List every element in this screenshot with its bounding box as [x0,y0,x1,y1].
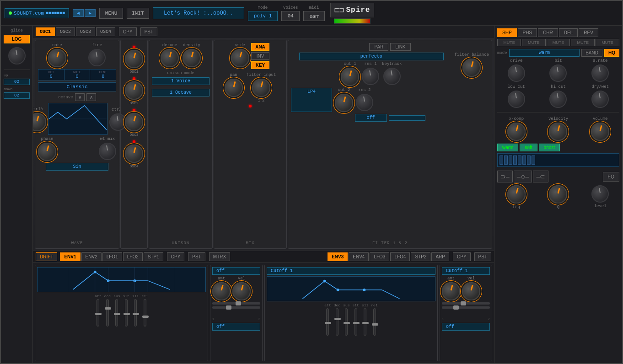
filter1-type-display[interactable]: perfecto [299,53,444,60]
link-button[interactable]: LINK [390,43,410,51]
shp-mute-button[interactable]: MUTE [497,39,521,46]
osc1-tab[interactable]: OSC1 [36,27,55,36]
osc3-tab[interactable]: OSC3 [76,27,95,36]
stp1-tab[interactable]: STP1 [144,252,163,261]
env3-tab[interactable]: ENV3 [328,252,348,261]
lfo2-tab[interactable]: LFO2 [123,252,143,261]
lfo1-slider2[interactable] [212,306,260,309]
oct-down-button[interactable]: ∨ [75,93,85,101]
detune-knob[interactable] [161,49,179,67]
osc1-vol-knob[interactable] [125,50,143,68]
par-button[interactable]: PAR [369,43,388,51]
chain-btn-2[interactable]: –◇– [514,171,532,182]
oct-up-button[interactable]: ∧ [86,93,96,101]
rev-mute-button[interactable]: MUTE [596,39,619,46]
env4-tab[interactable]: ENV4 [349,252,369,261]
osc3-vol-knob[interactable] [125,113,143,131]
del-mute-button[interactable]: MUTE [571,39,595,46]
phase-knob[interactable] [38,143,56,161]
wtmix-knob[interactable] [99,143,116,160]
lfo1-slider1[interactable] [212,302,260,305]
hq-button[interactable]: HQ [604,49,619,57]
frq-knob[interactable] [507,185,526,203]
bit-knob[interactable] [549,64,567,82]
hicut-knob[interactable] [549,91,567,108]
volume-knob[interactable] [591,123,609,141]
srate-knob[interactable] [591,64,609,82]
res1-knob[interactable] [362,68,379,85]
keytrack-knob[interactable] [383,68,401,85]
e3-rel-slider[interactable] [373,308,376,336]
init-button[interactable]: INIT [127,8,149,19]
xcomp-knob[interactable] [507,123,526,141]
wave-type-display[interactable]: Sin [46,163,108,171]
wide-knob[interactable] [231,49,249,67]
sus-slider[interactable] [115,299,118,327]
del-tab[interactable]: DEL [559,28,578,37]
lfo1-vel-knob[interactable] [232,282,251,300]
unison-mode-display[interactable]: 1 Voice [152,77,209,85]
key-button[interactable]: KEY [251,61,269,69]
boost-button[interactable]: boost [539,144,560,151]
lfo3-footer[interactable]: off [442,323,490,331]
band-button[interactable]: BAND [581,49,602,57]
lfo3-slider1[interactable] [442,302,490,305]
copy-env-button[interactable]: CPY [167,252,185,261]
cut1-knob[interactable] [341,68,359,86]
unison-octave-display[interactable]: 1 Octave [152,89,209,96]
drive-knob[interactable] [508,64,525,82]
lfo3-tab[interactable]: LFO3 [370,252,389,261]
fine-knob[interactable] [88,49,106,66]
chr-mute-button[interactable]: MUTE [547,39,570,46]
mtrx-button[interactable]: MTRX [209,252,230,261]
paste-env-button[interactable]: PST [188,252,205,261]
dec-slider[interactable] [106,299,109,327]
note-knob[interactable] [48,49,66,67]
paste-env2-button[interactable]: PST [474,252,491,261]
lfo3-vel-knob[interactable] [462,282,480,300]
e3-att-slider[interactable] [326,308,329,336]
e3-sll-slider[interactable] [364,308,366,336]
lfo1-header[interactable]: off [212,267,260,275]
paste-osc-button[interactable]: PST [140,27,157,36]
env3-header[interactable]: Cutoff 1 [267,267,435,275]
drywet-knob[interactable] [591,91,609,108]
osc2-vol-knob[interactable] [125,81,143,100]
mode-display[interactable]: poly 1 [248,11,278,21]
phs-mute-button[interactable]: MUTE [522,39,546,46]
bender-up-val[interactable]: 02 [4,79,30,85]
ctrlb-knob[interactable] [109,113,127,131]
rel-slider[interactable] [144,299,146,327]
cut2-knob[interactable] [335,94,353,112]
inv-button[interactable]: INV [251,52,269,60]
density-knob[interactable] [183,49,201,67]
midi-learn-button[interactable]: learn [303,11,324,21]
prev-button[interactable]: ◄ [73,9,84,17]
next-button[interactable]: ► [85,9,96,17]
lfo4-tab[interactable]: LFO4 [390,252,410,261]
eq-button[interactable]: EQ [603,172,619,182]
filter-off-display[interactable]: off [355,114,387,122]
osc4-vol-knob[interactable] [125,145,143,163]
env1-tab[interactable]: ENV1 [60,252,80,261]
shp-tab[interactable]: SHP [497,28,517,37]
copy-osc-button[interactable]: CPY [119,27,137,36]
log-button[interactable]: LOG [4,35,30,43]
sll-slider[interactable] [134,299,137,327]
chr-tab[interactable]: CHR [538,28,558,37]
copy-env2-button[interactable]: CPY [453,252,471,261]
preset-display[interactable]: Let's Rock! :..ooOO.. [153,7,244,19]
phs-tab[interactable]: PHS [518,28,537,37]
warm-button[interactable]: warm [497,144,518,151]
chain-btn-1[interactable]: ⊃– [497,171,513,182]
env2-tab[interactable]: ENV2 [81,252,102,261]
soft-button[interactable]: soft [520,144,537,151]
arp-tab[interactable]: ARP [431,252,449,261]
lfo1-tab[interactable]: LFO1 [102,252,122,261]
osc2-tab[interactable]: OSC2 [56,27,75,36]
bender-down-val[interactable]: 02 [4,92,30,99]
menu-button[interactable]: MENU [99,8,123,19]
lowcut-knob[interactable] [508,91,525,108]
lfo1-footer[interactable]: off [212,323,260,331]
velocity-knob[interactable] [549,123,567,141]
